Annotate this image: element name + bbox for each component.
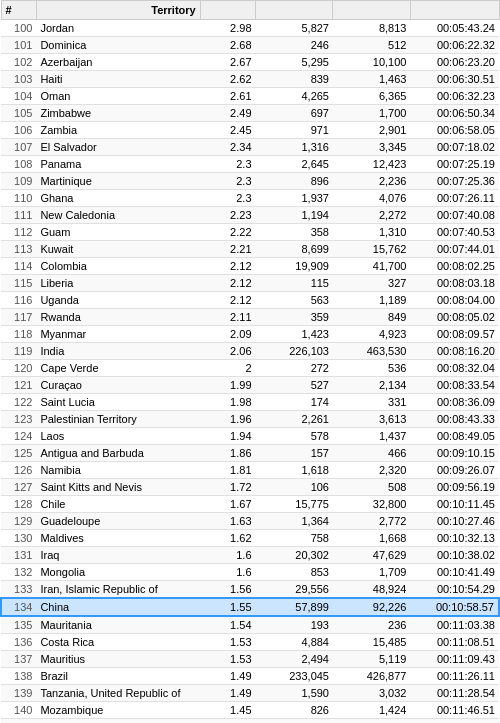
cell-time: 00:07:40.08 xyxy=(410,207,499,224)
cell-name: Laos xyxy=(36,428,200,445)
cell-rank: 102 xyxy=(1,54,36,71)
table-row: 121 Curaçao 1.99 527 2,134 00:08:33.54 xyxy=(1,377,499,394)
cell-time: 00:12:08.09 xyxy=(410,719,499,724)
table-row: 124 Laos 1.94 578 1,437 00:08:49.05 xyxy=(1,428,499,445)
col-time-header xyxy=(410,1,499,20)
cell-v3: 463,530 xyxy=(333,343,410,360)
cell-v2: 1,590 xyxy=(256,685,333,702)
cell-v1: 2.11 xyxy=(200,309,255,326)
cell-v2: 5,827 xyxy=(256,20,333,37)
table-row: 114 Colombia 2.12 19,909 41,700 00:08:02… xyxy=(1,258,499,275)
cell-time: 00:06:32.23 xyxy=(410,88,499,105)
cell-time: 00:06:58.05 xyxy=(410,122,499,139)
cell-rank: 119 xyxy=(1,343,36,360)
table-row: 104 Oman 2.61 4,265 6,365 00:06:32.23 xyxy=(1,88,499,105)
cell-v1: 1.49 xyxy=(200,685,255,702)
cell-rank: 134 xyxy=(1,598,36,616)
cell-name: Martinique xyxy=(36,173,200,190)
cell-v3: 2,901 xyxy=(333,122,410,139)
cell-time: 00:10:58.57 xyxy=(410,598,499,616)
cell-name: Panama xyxy=(36,156,200,173)
cell-v2: 1,194 xyxy=(256,207,333,224)
cell-v2: 1,937 xyxy=(256,190,333,207)
cell-name: Maldives xyxy=(36,530,200,547)
cell-v2: 106 xyxy=(256,479,333,496)
cell-time: 00:08:43.33 xyxy=(410,411,499,428)
table-body: 100 Jordan 2.98 5,827 8,813 00:05:43.24 … xyxy=(1,20,499,724)
cell-v1: 2.06 xyxy=(200,343,255,360)
table-row: 102 Azerbaijan 2.67 5,295 10,100 00:06:2… xyxy=(1,54,499,71)
cell-v3: 47,629 xyxy=(333,547,410,564)
cell-time: 00:07:25.19 xyxy=(410,156,499,173)
cell-v3: 3,613 xyxy=(333,411,410,428)
cell-rank: 104 xyxy=(1,88,36,105)
cell-name: Mauritania xyxy=(36,616,200,634)
cell-name: Saint Lucia xyxy=(36,394,200,411)
cell-rank: 122 xyxy=(1,394,36,411)
cell-v1: 2.98 xyxy=(200,20,255,37)
cell-v2: 233,045 xyxy=(256,668,333,685)
cell-v3: 6,365 xyxy=(333,88,410,105)
cell-time: 00:08:49.05 xyxy=(410,428,499,445)
cell-name: Myanmar xyxy=(36,326,200,343)
table-row: 133 Iran, Islamic Republic of 1.56 29,55… xyxy=(1,581,499,599)
cell-rank: 107 xyxy=(1,139,36,156)
table-row: 105 Zimbabwe 2.49 697 1,700 00:06:50.34 xyxy=(1,105,499,122)
cell-v2: 20,302 xyxy=(256,547,333,564)
cell-v3: 2,320 xyxy=(333,462,410,479)
data-table: # Territory 100 Jordan 2.98 5,827 8,813 … xyxy=(0,0,500,723)
cell-rank: 101 xyxy=(1,37,36,54)
cell-name: Cape Verde xyxy=(36,360,200,377)
cell-time: 00:06:30.51 xyxy=(410,71,499,88)
cell-v1: 2.62 xyxy=(200,71,255,88)
cell-time: 00:08:36.09 xyxy=(410,394,499,411)
cell-v3: 536 xyxy=(333,360,410,377)
cell-name: Haiti xyxy=(36,71,200,88)
cell-v3: 512 xyxy=(333,37,410,54)
cell-rank: 118 xyxy=(1,326,36,343)
table-row: 125 Antigua and Barbuda 1.86 157 466 00:… xyxy=(1,445,499,462)
cell-rank: 131 xyxy=(1,547,36,564)
col-rank-header: # xyxy=(1,1,36,20)
cell-v1: 1.54 xyxy=(200,616,255,634)
cell-v2: 1,364 xyxy=(256,513,333,530)
cell-v3: 849 xyxy=(333,309,410,326)
cell-v3: 15,762 xyxy=(333,241,410,258)
col-v2-header xyxy=(256,1,333,20)
cell-rank: 129 xyxy=(1,513,36,530)
cell-rank: 136 xyxy=(1,634,36,651)
cell-v3: 1,709 xyxy=(333,564,410,581)
cell-v1: 1.53 xyxy=(200,651,255,668)
table-row: 122 Saint Lucia 1.98 174 331 00:08:36.09 xyxy=(1,394,499,411)
table-row: 139 Tanzania, United Republic of 1.49 1,… xyxy=(1,685,499,702)
cell-v2: 826 xyxy=(256,702,333,719)
cell-v3: 41,700 xyxy=(333,258,410,275)
table-row: 141 Peru 1.41 10,649 23,093 00:12:08.09 xyxy=(1,719,499,724)
cell-rank: 135 xyxy=(1,616,36,634)
cell-name: Zimbabwe xyxy=(36,105,200,122)
table-row: 123 Palestinian Territory 1.96 2,261 3,6… xyxy=(1,411,499,428)
cell-v2: 971 xyxy=(256,122,333,139)
cell-v3: 1,668 xyxy=(333,530,410,547)
cell-name: Jordan xyxy=(36,20,200,37)
cell-rank: 116 xyxy=(1,292,36,309)
cell-rank: 123 xyxy=(1,411,36,428)
cell-v1: 2.12 xyxy=(200,275,255,292)
cell-v1: 2.23 xyxy=(200,207,255,224)
table-row: 109 Martinique 2.3 896 2,236 00:07:25.36 xyxy=(1,173,499,190)
table-row: 127 Saint Kitts and Nevis 1.72 106 508 0… xyxy=(1,479,499,496)
cell-v1: 1.67 xyxy=(200,496,255,513)
cell-v2: 29,556 xyxy=(256,581,333,599)
cell-v3: 2,772 xyxy=(333,513,410,530)
table-row: 111 New Caledonia 2.23 1,194 2,272 00:07… xyxy=(1,207,499,224)
cell-v3: 10,100 xyxy=(333,54,410,71)
cell-v3: 1,189 xyxy=(333,292,410,309)
cell-v1: 1.98 xyxy=(200,394,255,411)
cell-name: Brazil xyxy=(36,668,200,685)
table-row: 131 Iraq 1.6 20,302 47,629 00:10:38.02 xyxy=(1,547,499,564)
table-row: 129 Guadeloupe 1.63 1,364 2,772 00:10:27… xyxy=(1,513,499,530)
cell-v2: 19,909 xyxy=(256,258,333,275)
cell-v1: 2.09 xyxy=(200,326,255,343)
table-row: 130 Maldives 1.62 758 1,668 00:10:32.13 xyxy=(1,530,499,547)
cell-v1: 1.94 xyxy=(200,428,255,445)
